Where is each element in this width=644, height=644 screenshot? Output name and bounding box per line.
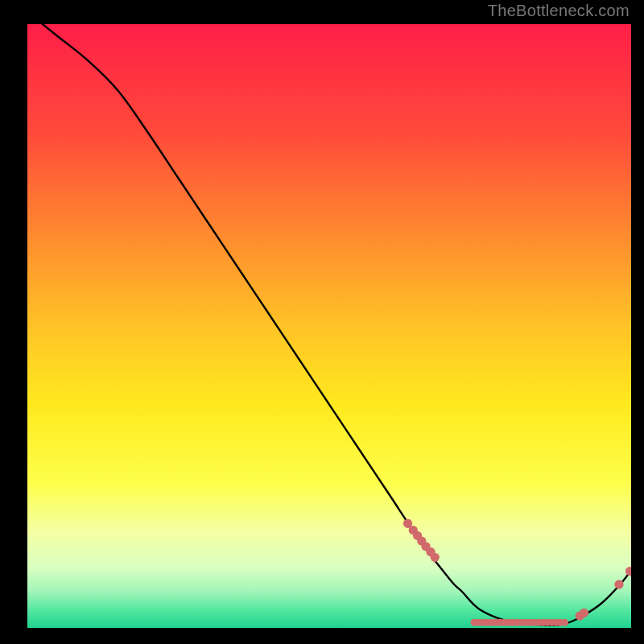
- data-marker: [431, 553, 440, 562]
- data-marker: [614, 580, 623, 588]
- bottleneck-curve: [27, 24, 631, 625]
- watermark-label: TheBottleneck.com: [488, 2, 630, 20]
- plot-area: [27, 24, 631, 628]
- data-marker: [625, 567, 631, 576]
- chart-container: TheBottleneck.com: [0, 0, 644, 644]
- data-markers: [403, 519, 631, 626]
- data-marker: [561, 619, 568, 626]
- curve-overlay: [27, 24, 631, 628]
- data-marker: [580, 609, 588, 617]
